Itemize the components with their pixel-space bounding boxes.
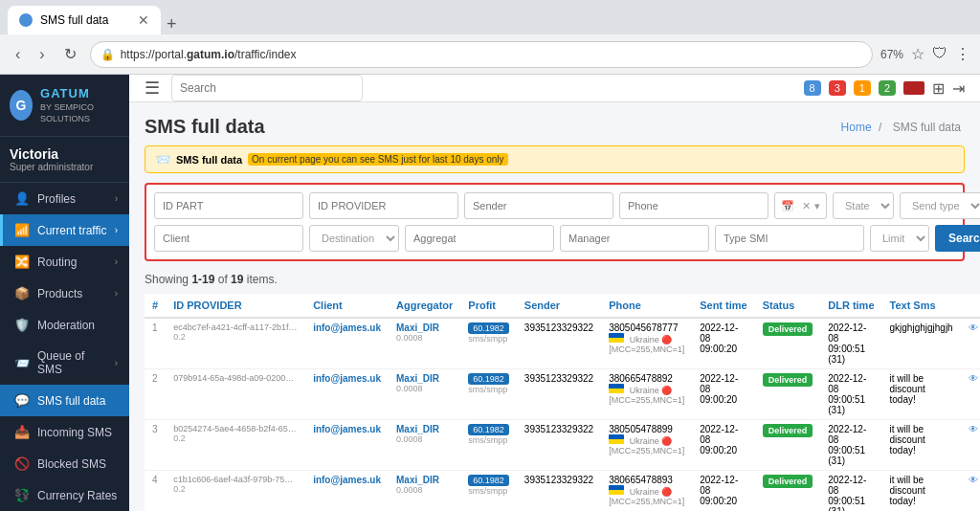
cell-action[interactable]: 👁 (961, 318, 980, 369)
id-part-input[interactable] (154, 192, 303, 219)
col-sent-time[interactable]: Sent time (692, 294, 755, 318)
cell-id-provider: b0254274-5ae4-4658-b2f4-65b409d251ae 0.2 (166, 420, 305, 471)
sidebar-item-sms-full-data[interactable]: 💬 SMS full data (0, 385, 129, 416)
type-smi-input[interactable] (715, 225, 864, 252)
cell-client[interactable]: info@james.uk (305, 318, 389, 369)
main-content: ☰ 8 3 1 2 ⊞ ⇥ (129, 75, 980, 511)
browser-nav: ‹ › ↻ 🔒 https://portal.gatum.io/traffic/… (0, 34, 980, 75)
client-input[interactable] (154, 225, 303, 252)
search-button[interactable]: Search (935, 225, 980, 252)
sidebar-item-routing[interactable]: 🔀 Routing › (0, 246, 129, 278)
col-text-sms[interactable]: Text Sms (882, 294, 961, 318)
back-button[interactable]: ‹ (10, 44, 26, 65)
sidebar-item-incoming-sms[interactable]: 📥 Incoming SMS (0, 416, 129, 448)
menu-icon[interactable]: ⋮ (955, 45, 970, 63)
address-bar[interactable]: 🔒 https://portal.gatum.io/traffic/index (90, 41, 873, 68)
view-icon[interactable]: 👁 (969, 475, 978, 485)
view-icon[interactable]: 👁 (969, 322, 978, 333)
cell-aggregator[interactable]: Maxi_DIR 0.0008 (389, 420, 460, 471)
cell-num: 1 (145, 318, 166, 369)
sidebar-item-blocked-sms[interactable]: 🚫 Blocked SMS (0, 448, 129, 479)
manager-input[interactable] (560, 225, 709, 252)
grid-icon[interactable]: ⊞ (932, 79, 945, 98)
date-chevron-icon[interactable]: ▾ (814, 200, 820, 212)
results-total: 19 (231, 273, 243, 286)
new-tab-button[interactable]: + (161, 14, 183, 34)
state-select[interactable]: State (833, 192, 894, 219)
cell-action[interactable]: 👁 (961, 471, 980, 512)
star-icon[interactable]: ☆ (911, 45, 924, 63)
items-label: items. (247, 273, 278, 286)
browser-chrome: SMS full data ✕ + (0, 0, 980, 34)
breadcrumb-home[interactable]: Home (841, 121, 872, 134)
notification-badge-red[interactable]: 3 (829, 80, 846, 96)
sidebar-item-moderation[interactable]: 🛡️ Moderation (0, 309, 129, 341)
flag-icon[interactable] (903, 81, 924, 95)
col-aggregator[interactable]: Aggregator (389, 294, 460, 318)
sidebar-item-currency[interactable]: 💱 Currency Rates (0, 479, 129, 511)
forward-button[interactable]: › (33, 44, 50, 65)
destination-select[interactable]: Destination (309, 225, 399, 252)
col-status[interactable]: Status (755, 294, 821, 318)
sidebar-item-products[interactable]: 📦 Products › (0, 278, 129, 309)
date-picker[interactable]: 📅 ✕ ▾ (774, 192, 827, 219)
notification-count: 8 (810, 82, 815, 94)
notice-icon: 📨 (155, 152, 170, 167)
notification-count-green: 2 (884, 82, 890, 94)
limit-select[interactable]: Limit (870, 225, 929, 252)
cell-sent-time: 2022-12-08 09:00:20 (692, 471, 755, 512)
cell-phone: 380665478892 Ukraine 🔴 [MCC=255,MNC=1] (601, 369, 692, 420)
cell-client[interactable]: info@james.uk (305, 369, 389, 420)
col-id-provider[interactable]: ID PROVIDER (166, 294, 305, 318)
hamburger-icon[interactable]: ☰ (145, 78, 160, 99)
domain-text: gatum.io (187, 48, 234, 61)
view-icon[interactable]: 👁 (969, 373, 978, 384)
cell-action[interactable]: 👁 (961, 369, 980, 420)
search-input[interactable] (171, 75, 363, 101)
col-dlr-time[interactable]: DLR time (820, 294, 881, 318)
sidebar-logo: G GATUM BY SEMPICO SOLUTIONS (0, 75, 129, 137)
tab-close-button[interactable]: ✕ (138, 12, 149, 28)
col-num: # (145, 294, 166, 318)
showing-label: Showing (145, 273, 189, 286)
aggregat-input[interactable] (405, 225, 554, 252)
notification-badge-orange[interactable]: 1 (854, 80, 871, 96)
sidebar-item-current-traffic[interactable]: 📶 Current traffic › (0, 214, 129, 246)
send-type-select[interactable]: Send type (900, 192, 980, 219)
col-profit[interactable]: Profit (460, 294, 517, 318)
col-client[interactable]: Client (305, 294, 389, 318)
col-sender[interactable]: Sender (517, 294, 601, 318)
cell-client[interactable]: info@james.uk (305, 471, 389, 512)
data-table: # ID PROVIDER Client Aggregator Profit S… (145, 294, 980, 511)
sidebar-item-label: Products (37, 287, 82, 300)
sidebar-item-queue-sms[interactable]: 📨 Queue of SMS › (0, 341, 129, 385)
cell-action[interactable]: 👁 (961, 420, 980, 471)
date-clear-icon[interactable]: ✕ (802, 200, 811, 212)
breadcrumb-current: SMS full data (893, 121, 961, 134)
currency-icon: 💱 (14, 488, 30, 502)
col-phone[interactable]: Phone (601, 294, 692, 318)
exit-icon[interactable]: ⇥ (952, 79, 965, 98)
sender-input[interactable] (464, 192, 613, 219)
id-provider-input[interactable] (309, 192, 458, 219)
cell-client[interactable]: info@james.uk (305, 420, 389, 471)
view-icon[interactable]: 👁 (969, 424, 978, 434)
cell-aggregator[interactable]: Maxi_DIR 0.0008 (389, 471, 460, 512)
active-tab[interactable]: SMS full data ✕ (8, 6, 161, 34)
refresh-button[interactable]: ↻ (58, 43, 82, 65)
notification-badge-green[interactable]: 2 (879, 80, 896, 96)
notification-badge-blue[interactable]: 8 (804, 80, 821, 96)
cell-aggregator[interactable]: Maxi_DIR 0.0008 (389, 369, 460, 420)
tab-label: SMS full data (40, 13, 108, 27)
cell-aggregator[interactable]: Maxi_DIR 0.0008 (389, 318, 460, 369)
cell-text-sms: it will be discount today! (882, 471, 961, 512)
sidebar-item-profiles[interactable]: 👤 Profiles › (0, 183, 129, 214)
breadcrumb: Home / SMS full data (841, 121, 965, 134)
chevron-right-icon: › (115, 358, 118, 368)
page-content: SMS full data Home / SMS full data 📨 SMS… (129, 102, 980, 511)
sidebar-menu: 👤 Profiles › 📶 Current traffic › 🔀 Routi… (0, 183, 129, 511)
sidebar-item-label: Currency Rates (37, 489, 117, 502)
cell-status: Delivered (755, 420, 821, 471)
sidebar-item-label: Profiles (37, 192, 76, 206)
phone-input[interactable] (619, 192, 768, 219)
